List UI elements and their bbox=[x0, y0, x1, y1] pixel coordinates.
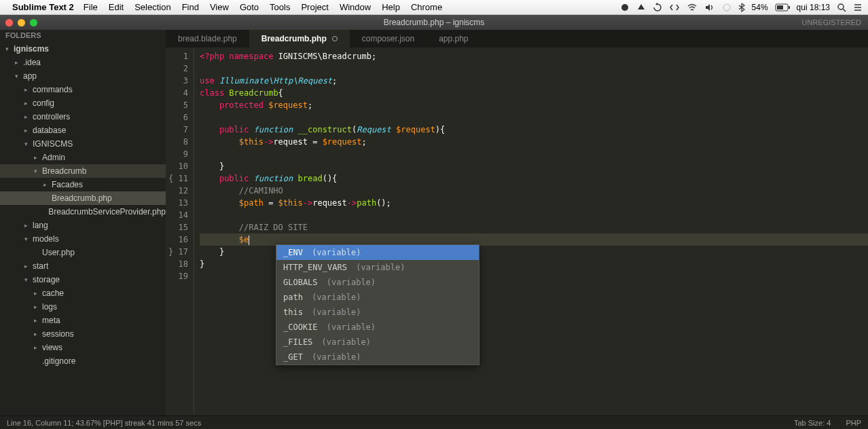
line-number: 7 bbox=[166, 124, 188, 136]
close-button[interactable] bbox=[5, 19, 13, 26]
autocomplete-hint: (variable) bbox=[307, 248, 361, 257]
app-name[interactable]: Sublime Text 2 bbox=[12, 2, 74, 12]
battery-icon[interactable] bbox=[775, 3, 790, 12]
tab[interactable]: composer.json bbox=[350, 30, 427, 48]
chevron-right-icon[interactable]: ▸ bbox=[24, 86, 31, 93]
autocomplete-item[interactable]: _COOKIE (variable) bbox=[276, 320, 479, 335]
tree-item[interactable]: ▾IGNISCMS bbox=[0, 137, 166, 151]
chevron-right-icon[interactable]: ▸ bbox=[24, 113, 31, 120]
battery-percent[interactable]: 54% bbox=[752, 3, 768, 12]
autocomplete-name: GLOBALS bbox=[283, 278, 318, 287]
code-editor[interactable]: 12345678910{ 111213141516} 171819 <?php … bbox=[166, 48, 868, 415]
chevron-down-icon[interactable]: ▾ bbox=[24, 141, 31, 147]
tree-item[interactable]: ▾igniscms bbox=[0, 42, 166, 56]
tree-item[interactable]: ▾storage bbox=[0, 273, 166, 286]
tok: = bbox=[264, 198, 278, 208]
tree-item[interactable]: ▸Facades bbox=[0, 178, 166, 191]
tok: = bbox=[308, 137, 323, 147]
tree-item[interactable]: ▸views bbox=[0, 341, 166, 354]
tree-item[interactable]: User.php bbox=[0, 246, 166, 259]
spotlight-icon[interactable] bbox=[837, 3, 846, 12]
clock[interactable]: qui 18:13 bbox=[797, 3, 830, 12]
menu-selection[interactable]: Selection bbox=[134, 2, 170, 12]
menu-edit[interactable]: Edit bbox=[109, 2, 124, 12]
window-titlebar: Breadcrumb.php – igniscms UNREGISTERED bbox=[0, 15, 868, 30]
autocomplete-item[interactable]: _FILES (variable) bbox=[276, 335, 479, 350]
tok: request bbox=[273, 137, 308, 147]
tree-item[interactable]: ▸cache bbox=[0, 286, 166, 300]
autocomplete-item[interactable]: this (variable) bbox=[276, 305, 479, 320]
ghost-icon[interactable] bbox=[722, 3, 731, 12]
tok: IGNISCMS\Breadcrumb bbox=[278, 52, 372, 61]
chevron-right-icon[interactable]: ▸ bbox=[34, 290, 41, 297]
autocomplete-name: _GET bbox=[283, 352, 303, 362]
tree-item[interactable]: ▸controllers bbox=[0, 110, 166, 124]
zoom-button[interactable] bbox=[30, 19, 37, 26]
status-syntax[interactable]: PHP bbox=[846, 419, 861, 427]
chevron-right-icon[interactable]: ▸ bbox=[34, 331, 41, 337]
tree-item[interactable]: ▾models bbox=[0, 232, 166, 246]
tree-item-label: Breadcrumb bbox=[42, 166, 86, 176]
chevron-right-icon[interactable]: ▸ bbox=[34, 344, 41, 351]
tree-item[interactable]: ▸commands bbox=[0, 83, 166, 96]
menu-goto[interactable]: Goto bbox=[240, 2, 259, 12]
chevron-down-icon[interactable]: ▾ bbox=[15, 73, 22, 79]
chevron-right-icon[interactable]: ▸ bbox=[34, 317, 41, 324]
tree-item[interactable]: .gitignore bbox=[0, 354, 166, 368]
chevron-right-icon[interactable]: ▸ bbox=[34, 303, 41, 310]
menu-find[interactable]: Find bbox=[182, 2, 199, 12]
tree-item[interactable]: ▸logs bbox=[0, 300, 166, 314]
notifications-icon[interactable] bbox=[853, 3, 863, 12]
chevron-right-icon[interactable]: ▸ bbox=[24, 222, 31, 229]
volume-icon[interactable] bbox=[704, 3, 715, 12]
tree-item[interactable]: ▸lang bbox=[0, 219, 166, 232]
tree-item[interactable]: ▸sessions bbox=[0, 327, 166, 341]
tab[interactable]: bread.blade.php bbox=[166, 30, 249, 48]
chevron-right-icon[interactable]: ▸ bbox=[15, 59, 22, 66]
tree-item[interactable]: ▸database bbox=[0, 124, 166, 137]
autocomplete-popup[interactable]: _ENV (variable)HTTP_ENV_VARS (variable)G… bbox=[276, 244, 480, 365]
sync-icon[interactable] bbox=[653, 3, 662, 12]
tree-item[interactable]: ▸start bbox=[0, 259, 166, 273]
status-tab-size[interactable]: Tab Size: 4 bbox=[794, 419, 831, 427]
bluetooth-icon[interactable] bbox=[738, 3, 745, 12]
tree-item[interactable]: Breadcrumb.php bbox=[0, 191, 166, 205]
tab[interactable]: app.php bbox=[427, 30, 480, 48]
menu-chrome[interactable]: Chrome bbox=[411, 2, 442, 12]
menu-project[interactable]: Project bbox=[301, 2, 328, 12]
minimize-button[interactable] bbox=[18, 19, 25, 26]
chevron-right-icon[interactable]: ▸ bbox=[43, 181, 50, 188]
tree-item[interactable]: ▾Breadcrumb bbox=[0, 164, 166, 178]
tree-item[interactable]: ▸config bbox=[0, 96, 166, 110]
chevron-right-icon[interactable]: ▸ bbox=[34, 154, 41, 161]
toggl-icon[interactable] bbox=[620, 3, 630, 12]
menu-window[interactable]: Window bbox=[340, 2, 371, 12]
autocomplete-item[interactable]: GLOBALS (variable) bbox=[276, 275, 479, 290]
tab-label: bread.blade.php bbox=[178, 34, 237, 43]
menu-tools[interactable]: Tools bbox=[270, 2, 290, 12]
tree-item[interactable]: BreadcrumbServiceProvider.php bbox=[0, 205, 166, 219]
autocomplete-item[interactable]: _ENV (variable) bbox=[276, 245, 479, 260]
tree-item[interactable]: ▾app bbox=[0, 69, 166, 83]
chevron-down-icon[interactable]: ▾ bbox=[24, 276, 31, 283]
wifi-icon[interactable] bbox=[687, 3, 698, 12]
chevron-right-icon[interactable]: ▸ bbox=[24, 127, 31, 134]
autocomplete-item[interactable]: _GET (variable) bbox=[276, 350, 479, 365]
menu-view[interactable]: View bbox=[210, 2, 229, 12]
chevron-down-icon[interactable]: ▾ bbox=[24, 236, 31, 242]
chevron-right-icon[interactable]: ▸ bbox=[24, 263, 31, 269]
chevron-down-icon[interactable]: ▾ bbox=[5, 45, 12, 52]
code-content[interactable]: <?php namespace IGNISCMS\Breadcrumb; use… bbox=[194, 48, 868, 415]
gdrive-icon[interactable] bbox=[636, 3, 646, 12]
menu-help[interactable]: Help bbox=[382, 2, 400, 12]
chevron-right-icon[interactable]: ▸ bbox=[24, 100, 31, 107]
tree-item[interactable]: ▸meta bbox=[0, 314, 166, 327]
code-icon[interactable] bbox=[669, 3, 680, 12]
chevron-down-icon[interactable]: ▾ bbox=[34, 168, 41, 174]
menu-file[interactable]: File bbox=[84, 2, 98, 12]
tab[interactable]: Breadcrumb.php bbox=[249, 30, 350, 48]
autocomplete-item[interactable]: HTTP_ENV_VARS (variable) bbox=[276, 260, 479, 275]
tree-item[interactable]: ▸.idea bbox=[0, 56, 166, 69]
tree-item[interactable]: ▸Admin bbox=[0, 151, 166, 164]
autocomplete-item[interactable]: path (variable) bbox=[276, 290, 479, 305]
